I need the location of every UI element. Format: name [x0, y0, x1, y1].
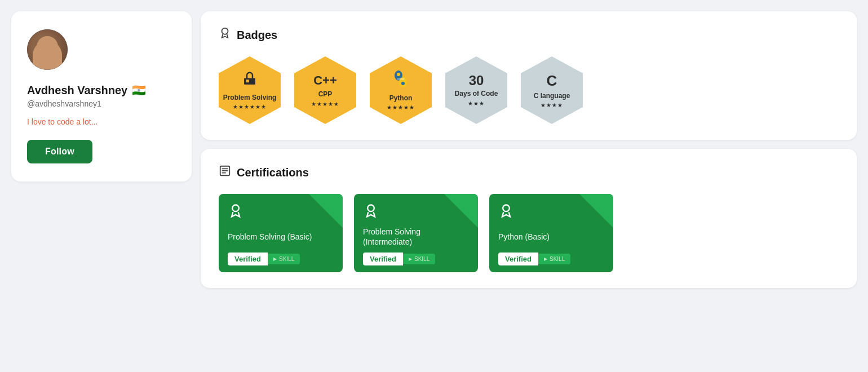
- badge-cpp-icon: C++: [313, 73, 337, 88]
- badge-cpp-title: CPP: [318, 90, 333, 98]
- cert-skill-1: SKILL: [268, 254, 300, 264]
- user-bio: I love to code a lot...: [27, 117, 98, 126]
- follow-button[interactable]: Follow: [27, 140, 92, 163]
- cert-skill-3: SKILL: [538, 254, 570, 264]
- cert-section-icon: [219, 165, 231, 180]
- cert-footer-3: Verified SKILL: [498, 253, 604, 265]
- user-handle: @avdheshvarshney1: [27, 99, 101, 108]
- badges-row: Problem Solving ★★★★★★ C++ CPP ★★★★★: [219, 56, 839, 124]
- badge-clang-icon: C: [547, 72, 557, 90]
- cert-name-1: Problem Solving (Basic): [228, 232, 334, 242]
- cert-verified-3: Verified: [498, 253, 538, 265]
- avatar: [27, 29, 68, 70]
- cert-skill-2: SKILL: [403, 254, 435, 264]
- cert-verified-1: Verified: [228, 253, 268, 265]
- certs-row: Problem Solving (Basic) Verified SKILL P…: [219, 194, 839, 272]
- svg-point-5: [397, 73, 400, 76]
- profile-card: Avdhesh Varshney 🇮🇳 @avdheshvarshney1 I …: [11, 11, 192, 181]
- badges-card: Badges Problem Solving ★: [201, 11, 857, 140]
- cert-problem-solving-basic[interactable]: Problem Solving (Basic) Verified SKILL: [219, 194, 343, 272]
- certs-title: Certifications: [237, 166, 309, 179]
- badge-python-stars: ★★★★★: [387, 104, 415, 110]
- badge-30days[interactable]: 30 Days of Code ★★★: [445, 56, 507, 124]
- user-name: Avdhesh Varshney 🇮🇳: [27, 83, 146, 97]
- badges-title: Badges: [237, 29, 277, 42]
- cert-icon-1: [228, 203, 334, 222]
- flag-icon: 🇮🇳: [132, 83, 146, 97]
- badge-section-icon: [219, 27, 231, 43]
- cert-icon-3: [498, 203, 604, 222]
- badge-30days-icon: 30: [469, 74, 484, 87]
- badge-30days-stars: ★★★: [468, 100, 485, 107]
- cert-name-3: Python (Basic): [498, 232, 604, 242]
- svg-point-0: [222, 28, 228, 34]
- cert-name-2: Problem Solving (Intermediate): [363, 227, 469, 247]
- svg-rect-2: [246, 79, 249, 82]
- svg-point-6: [401, 82, 405, 85]
- cert-problem-solving-inter[interactable]: Problem Solving (Intermediate) Verified …: [354, 194, 478, 272]
- svg-point-12: [232, 205, 239, 212]
- badge-ps-icon: [241, 70, 258, 91]
- badge-ps-title: Problem Solving: [223, 94, 277, 101]
- cert-footer-1: Verified SKILL: [228, 253, 334, 265]
- name-text: Avdhesh Varshney: [27, 84, 127, 97]
- badges-header: Badges: [219, 27, 839, 43]
- cert-icon-2: [363, 203, 469, 222]
- badge-python-title: Python: [389, 94, 413, 102]
- badge-python-icon: [392, 70, 410, 92]
- cert-footer-2: Verified SKILL: [363, 253, 469, 265]
- badge-clang-title: C language: [534, 92, 570, 100]
- certs-card: Certifications Problem Solving (Basic) V…: [201, 149, 857, 288]
- badge-clang[interactable]: C C language ★★★★: [521, 56, 583, 124]
- badge-problem-solving[interactable]: Problem Solving ★★★★★★: [219, 56, 281, 124]
- badge-python[interactable]: Python ★★★★★: [370, 56, 432, 124]
- certs-header: Certifications: [219, 165, 839, 180]
- cert-python-basic[interactable]: Python (Basic) Verified SKILL: [489, 194, 613, 272]
- svg-point-14: [503, 205, 510, 212]
- badge-ps-stars: ★★★★★★: [233, 104, 267, 110]
- badge-cpp-stars: ★★★★★: [311, 101, 339, 107]
- svg-rect-7: [397, 78, 405, 80]
- svg-rect-1: [244, 78, 255, 85]
- badge-clang-stars: ★★★★: [541, 102, 563, 108]
- svg-point-13: [367, 205, 374, 212]
- right-area: Badges Problem Solving ★: [201, 11, 857, 288]
- cert-verified-2: Verified: [363, 253, 403, 265]
- badge-30days-title: Days of Code: [455, 90, 498, 98]
- badge-cpp[interactable]: C++ CPP ★★★★★: [294, 56, 356, 124]
